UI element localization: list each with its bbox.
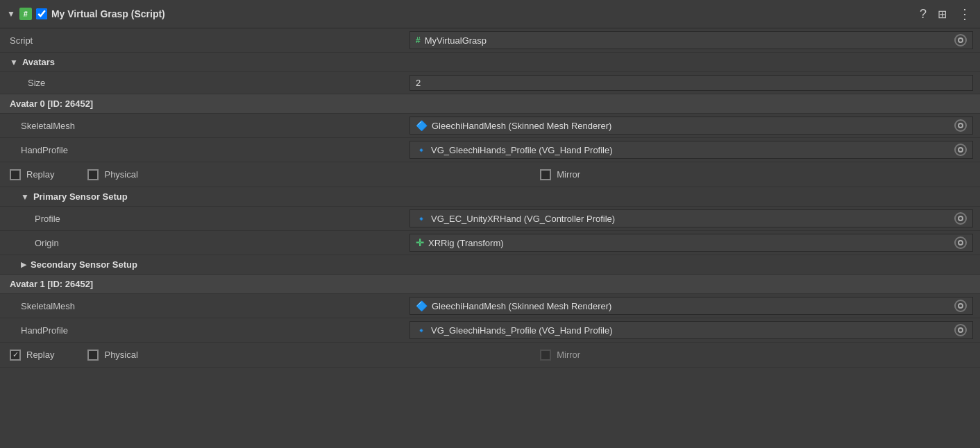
primary-sensor-profile-value: VG_EC_UnityXRHand (VG_Controller Profile… [431,214,950,224]
avatar1-skeletal-value-col: 🔷 GleechiHandMesh (Skinned Mesh Renderer… [409,297,973,315]
avatar1-profile-icon: 🔹 [416,325,427,336]
avatar1-replay-label: Replay [26,350,54,360]
avatar0-handprofile-field: 🔹 VG_GleechiHands_Profile (VG_Hand Profi… [409,141,973,159]
primary-sensor-profile-select-button[interactable] [954,212,967,225]
avatar1-mirror-label: Mirror [557,350,580,360]
primary-sensor-origin-label: Origin [7,238,409,248]
circle-inner [958,37,963,43]
script-select-button[interactable] [954,34,967,46]
avatar0-mirror-group: Mirror [540,169,580,180]
primary-sensor-origin-value: XRRig (Transform) [428,238,950,248]
mesh-icon: 🔷 [416,120,428,131]
avatar1-physical-group: Physical [87,350,137,361]
avatar0-replay-label: Replay [26,169,54,180]
avatar0-handprofile-row: HandProfile 🔹 VG_GleechiHands_Profile (V… [0,138,980,162]
size-label: Size [7,78,409,88]
avatar1-skeletal-select-button[interactable] [954,300,967,312]
avatar0-skeletal-row: SkeletalMesh 🔷 GleechiHandMesh (Skinned … [0,114,980,138]
avatar1-mirror-group: Mirror [540,350,580,361]
avatar0-physical-group: Physical [87,169,137,180]
inspector-panel: ▼ # My Virtual Grasp (Script) ? ⊞ ⋮ Scri… [0,0,980,368]
avatars-section-header: ▼ Avatars [0,53,980,72]
avatar1-handprofile-value-col: 🔹 VG_GleechiHands_Profile (VG_Hand Profi… [409,321,973,339]
avatar1-mirror-checkbox[interactable] [540,350,551,361]
script-value: MyVirtualGrasp [425,35,950,46]
avatar0-physical-checkbox[interactable] [87,169,99,180]
script-hash-icon: # [19,8,32,20]
avatar1-physical-label: Physical [104,350,137,360]
avatar0-skeletal-select-button[interactable] [954,119,967,132]
avatar0-mirror-label: Mirror [557,169,580,180]
avatar0-replay-group: Replay [10,169,54,180]
size-value: 2 [416,78,421,88]
primary-sensor-section-label: Primary Sensor Setup [33,191,128,202]
avatar0-physical-label: Physical [104,169,137,180]
primary-sensor-collapse-icon[interactable]: ▼ [21,192,29,202]
avatar1-mesh-icon: 🔷 [416,300,428,311]
secondary-sensor-label: ▶ Secondary Sensor Setup [7,259,409,270]
avatar0-skeletal-field: 🔷 GleechiHandMesh (Skinned Mesh Renderer… [409,117,973,135]
avatars-collapse-icon[interactable]: ▼ [10,58,18,67]
collapse-chevron[interactable]: ▼ [7,9,15,19]
avatar0-replay-checkbox[interactable] [10,169,21,180]
component-header: ▼ # My Virtual Grasp (Script) ? ⊞ ⋮ [0,0,980,28]
avatar1-skeletal-label: SkeletalMesh [7,301,409,311]
avatar0-mirror-checkbox[interactable] [540,169,551,180]
script-label: Script [7,35,409,46]
avatar1-skeletal-field: 🔷 GleechiHandMesh (Skinned Mesh Renderer… [409,297,973,315]
script-row: Script # MyVirtualGrasp [0,28,980,53]
primary-sensor-origin-value-col: ✛ XRRig (Transform) [409,234,973,252]
secondary-sensor-section-label: Secondary Sensor Setup [31,259,137,270]
script-hash-prefix: # [416,35,421,45]
avatars-section-label: Avatars [22,57,55,67]
avatars-label: ▼ Avatars [7,57,409,67]
avatar1-replay-checkbox[interactable] [10,350,21,361]
avatar0-handprofile-value: VG_GleechiHands_Profile (VG_Hand Profile… [431,145,950,155]
primary-sensor-profile-label: Profile [7,214,409,224]
header-left: ▼ # My Virtual Grasp (Script) [7,8,165,20]
transform-icon: ✛ [416,237,424,248]
avatar0-handprofile-label: HandProfile [7,145,409,155]
avatar0-checkboxes-row: Replay Physical Mirror [0,162,980,187]
avatars-size-row: Size 2 [0,72,980,94]
avatar1-checkboxes-row: Replay Physical Mirror [0,343,980,368]
script-field: # MyVirtualGrasp [409,31,973,49]
avatar0-header: Avatar 0 [ID: 26452] [0,94,980,114]
profile-icon: 🔹 [416,145,427,155]
script-value-col: # MyVirtualGrasp [409,31,973,49]
avatar0-handprofile-select-button[interactable] [954,144,967,156]
component-enabled-checkbox[interactable] [36,8,47,19]
size-field: 2 [409,75,973,91]
secondary-sensor-expand-icon[interactable]: ▶ [21,260,26,269]
avatar1-skeletal-row: SkeletalMesh 🔷 GleechiHandMesh (Skinned … [0,294,980,318]
avatar1-header: Avatar 1 [ID: 26452] [0,275,980,294]
primary-sensor-profile-value-col: 🔹 VG_EC_UnityXRHand (VG_Controller Profi… [409,209,973,227]
avatar0-skeletal-value-col: 🔷 GleechiHandMesh (Skinned Mesh Renderer… [409,117,973,135]
avatar1-handprofile-label: HandProfile [7,325,409,336]
avatar1-physical-checkbox[interactable] [87,350,99,361]
component-title: My Virtual Grasp (Script) [51,8,165,19]
avatar1-handprofile-value: VG_GleechiHands_Profile (VG_Hand Profile… [431,325,950,336]
avatar1-handprofile-row: HandProfile 🔹 VG_GleechiHands_Profile (V… [0,318,980,343]
primary-sensor-profile-field: 🔹 VG_EC_UnityXRHand (VG_Controller Profi… [409,209,973,227]
avatar0-handprofile-value-col: 🔹 VG_GleechiHands_Profile (VG_Hand Profi… [409,141,973,159]
primary-sensor-header-row: ▼ Primary Sensor Setup [0,187,980,207]
more-options-button[interactable]: ⋮ [956,4,973,24]
primary-sensor-origin-field: ✛ XRRig (Transform) [409,234,973,252]
help-button[interactable]: ? [918,6,928,23]
avatar1-replay-group: Replay [10,350,54,361]
primary-sensor-origin-select-button[interactable] [954,236,967,249]
adjust-button[interactable]: ⊞ [936,6,948,22]
controller-icon: 🔹 [416,214,427,224]
secondary-sensor-header-row: ▶ Secondary Sensor Setup [0,255,980,275]
avatar0-skeletal-label: SkeletalMesh [7,121,409,131]
primary-sensor-label: ▼ Primary Sensor Setup [7,191,409,202]
header-right: ? ⊞ ⋮ [918,4,973,24]
primary-sensor-origin-row: Origin ✛ XRRig (Transform) [0,231,980,255]
primary-sensor-profile-row: Profile 🔹 VG_EC_UnityXRHand (VG_Controll… [0,207,980,231]
avatar1-skeletal-value: GleechiHandMesh (Skinned Mesh Renderer) [432,301,950,311]
avatar0-skeletal-value: GleechiHandMesh (Skinned Mesh Renderer) [432,121,950,131]
avatar1-handprofile-select-button[interactable] [954,324,967,336]
avatar1-handprofile-field: 🔹 VG_GleechiHands_Profile (VG_Hand Profi… [409,321,973,339]
size-value-col: 2 [409,75,973,91]
